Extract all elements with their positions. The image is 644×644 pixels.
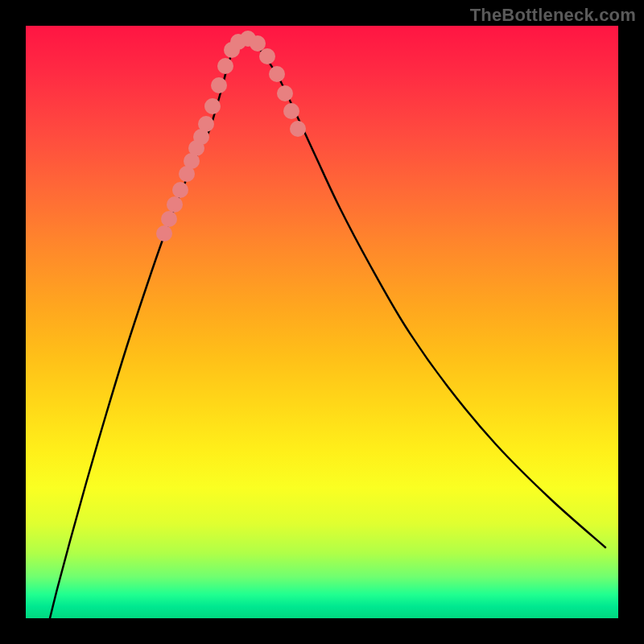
data-marker (250, 35, 266, 52)
data-marker (211, 77, 227, 93)
data-marker (179, 166, 195, 182)
data-markers (156, 31, 306, 242)
bottleneck-curve (50, 40, 605, 618)
data-marker (188, 140, 204, 156)
chart-svg (26, 26, 618, 618)
data-marker (217, 58, 233, 74)
data-marker (193, 129, 209, 145)
data-marker (230, 34, 246, 50)
data-marker (156, 225, 172, 242)
data-marker (198, 116, 214, 132)
data-marker (269, 66, 285, 82)
data-marker (204, 98, 221, 114)
data-marker (290, 121, 306, 137)
data-marker (161, 211, 177, 227)
data-marker (172, 182, 188, 198)
data-marker (240, 31, 256, 47)
chart-plot-area (26, 26, 618, 618)
watermark-text: TheBottleneck.com (470, 5, 636, 26)
data-marker (277, 85, 293, 101)
data-marker (167, 196, 183, 213)
chart-frame: TheBottleneck.com (0, 0, 644, 644)
data-marker (224, 42, 240, 58)
data-marker (283, 103, 299, 119)
data-marker (259, 48, 275, 64)
data-marker (184, 153, 200, 169)
